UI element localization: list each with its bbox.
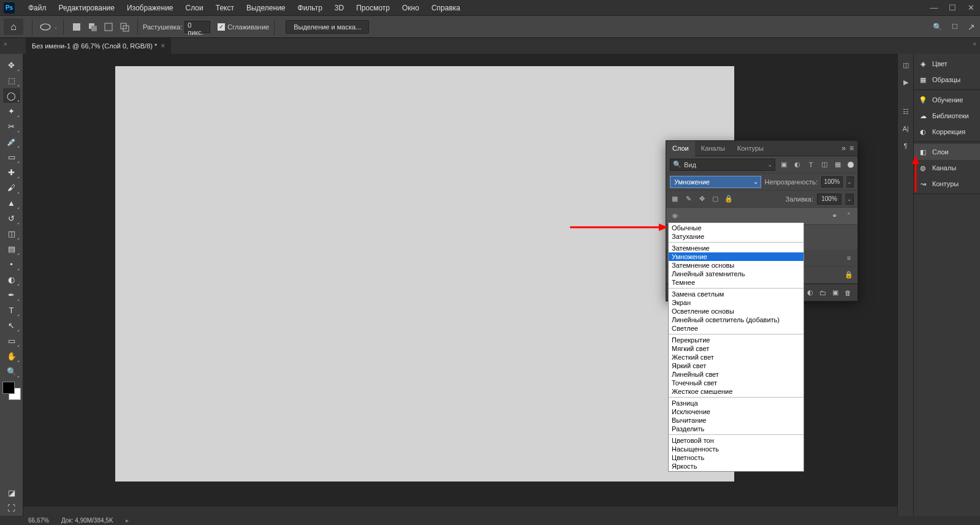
menu-просмотр[interactable]: Просмотр: [350, 0, 396, 15]
delete-layer-icon[interactable]: 🗑: [845, 289, 851, 296]
panel-tab-контуры[interactable]: ↝Контуры: [914, 176, 980, 192]
foreground-background-colors[interactable]: [2, 382, 21, 400]
tool-eraser[interactable]: ◫: [3, 226, 20, 241]
blend-mode-option[interactable]: Умножение: [669, 252, 803, 261]
blend-mode-dropdown[interactable]: ОбычныеЗатуханиеЗатемнениеУмножениеЗатем…: [668, 222, 804, 472]
blend-mode-option[interactable]: Осветление основы: [669, 307, 803, 315]
menu-слои[interactable]: Слои: [180, 0, 210, 15]
blend-mode-option[interactable]: Жесткий свет: [669, 353, 803, 361]
tool-marquee[interactable]: ⬚: [3, 73, 20, 88]
menu-3d[interactable]: 3D: [329, 0, 350, 15]
collapse-left-icon[interactable]: »: [4, 40, 7, 47]
selection-intersect-icon[interactable]: [118, 20, 131, 34]
blend-mode-option[interactable]: Замена светлым: [669, 290, 803, 298]
minimize-button[interactable]: —: [925, 0, 943, 15]
tool-gradient[interactable]: ▤: [3, 241, 20, 256]
quick-mask-icon[interactable]: ◪: [3, 485, 20, 500]
tool-stamp[interactable]: ▲: [3, 195, 20, 210]
panel-tab-библиотеки[interactable]: ☁Библиотеки: [914, 108, 980, 124]
panel-tab-цвет[interactable]: ◈Цвет: [914, 56, 980, 72]
panel-collapse-icon[interactable]: »: [841, 144, 846, 153]
workspace-switcher-icon[interactable]: ☐: [952, 23, 958, 31]
select-and-mask-button[interactable]: Выделение и маска...: [286, 20, 369, 34]
selection-subtract-icon[interactable]: [102, 20, 115, 34]
panel-tab-каналы[interactable]: ◍Каналы: [914, 160, 980, 176]
tool-zoom[interactable]: 🔍: [3, 364, 20, 379]
doc-size-info[interactable]: Док: 4,90M/384,5K: [61, 517, 113, 524]
panel-tab-образцы[interactable]: ▦Образцы: [914, 72, 980, 88]
filter-toggle[interactable]: [848, 162, 854, 168]
layer-lock-icon[interactable]: 🔒: [844, 271, 854, 279]
lasso-tool-icon[interactable]: [39, 20, 52, 34]
blend-mode-option[interactable]: Жесткое смешение: [669, 387, 803, 396]
lock-all-icon[interactable]: 🔒: [724, 195, 734, 203]
properties-panel-icon[interactable]: ☷: [898, 103, 914, 120]
blend-mode-option[interactable]: Разделить: [669, 425, 803, 433]
layers-panel-tab-каналы[interactable]: Каналы: [695, 141, 731, 156]
selection-add-icon[interactable]: [86, 20, 99, 34]
menu-выделение[interactable]: Выделение: [240, 0, 292, 15]
panel-tab-слои[interactable]: ◧Слои: [914, 144, 980, 160]
close-button[interactable]: ✕: [962, 0, 980, 15]
actions-play-icon[interactable]: ▶: [898, 74, 914, 91]
tool-dodge[interactable]: ◐: [3, 272, 20, 287]
blend-mode-option[interactable]: Перекрытие: [669, 336, 803, 344]
blend-mode-option[interactable]: Разница: [669, 399, 803, 407]
panel-tab-обучение[interactable]: 💡Обучение: [914, 92, 980, 108]
menu-справка[interactable]: Справка: [425, 0, 466, 15]
panel-menu-icon[interactable]: ≡: [849, 144, 854, 153]
menu-изображение[interactable]: Изображение: [121, 0, 180, 15]
tool-frame[interactable]: ▭: [3, 149, 20, 164]
filter-type-icon[interactable]: T: [806, 161, 816, 168]
blend-mode-option[interactable]: Затемнение основы: [669, 261, 803, 270]
adjustment-layer-icon[interactable]: ◐: [807, 289, 813, 296]
search-icon[interactable]: [933, 23, 942, 31]
tool-rectangle[interactable]: ▭: [3, 333, 20, 348]
share-icon[interactable]: [968, 22, 975, 32]
layer-link-icon[interactable]: ⚭: [829, 212, 839, 220]
character-panel-icon[interactable]: A|: [898, 120, 914, 137]
lock-pixels-icon[interactable]: ✎: [683, 195, 693, 203]
maximize-button[interactable]: ☐: [943, 0, 962, 15]
tool-lasso[interactable]: ◯: [3, 88, 20, 103]
paragraph-panel-icon[interactable]: ¶: [898, 137, 914, 154]
tool-type[interactable]: T: [3, 303, 20, 317]
blend-mode-option[interactable]: Темнее: [669, 278, 803, 287]
tool-history[interactable]: ↺: [3, 211, 20, 225]
antialias-checkbox[interactable]: ✓ Сглаживание: [218, 23, 269, 31]
blend-mode-select[interactable]: Умножение: [670, 176, 761, 188]
blend-mode-option[interactable]: Насыщенность: [669, 445, 803, 453]
filter-shape-icon[interactable]: ◫: [819, 161, 829, 168]
tool-wand[interactable]: ✦: [3, 104, 20, 118]
fill-value[interactable]: 100%: [817, 194, 841, 205]
feather-input[interactable]: 0 пикс.: [184, 21, 210, 33]
panel-tab-коррекция[interactable]: ◐Коррекция: [914, 124, 980, 140]
tool-pen[interactable]: ✒: [3, 287, 20, 302]
selection-new-icon[interactable]: [70, 20, 83, 34]
lock-artboard-icon[interactable]: ▢: [710, 195, 720, 203]
tool-move[interactable]: ✥: [3, 58, 20, 72]
opacity-dropdown-icon[interactable]: ⌄: [846, 176, 854, 187]
opacity-value[interactable]: 100%: [821, 176, 843, 187]
tool-path[interactable]: ↖: [3, 318, 20, 333]
document-tab[interactable]: Без имени-1 @ 66,7% (Слой 0, RGB/8) * ×: [26, 38, 171, 54]
blend-mode-option[interactable]: Обычные: [669, 224, 803, 232]
tool-crop[interactable]: ✂: [3, 119, 20, 134]
blend-mode-option[interactable]: Исключение: [669, 407, 803, 416]
menu-окно[interactable]: Окно: [396, 0, 425, 15]
blend-mode-option[interactable]: Точечный свет: [669, 379, 803, 387]
layers-panel-tab-контуры[interactable]: Контуры: [731, 141, 770, 156]
menu-файл[interactable]: Файл: [22, 0, 53, 15]
blend-mode-option[interactable]: Яркий свет: [669, 361, 803, 370]
tool-blur[interactable]: •: [3, 257, 20, 271]
collapse-right-icon[interactable]: «: [973, 40, 976, 47]
screen-mode-icon[interactable]: ⛶: [3, 500, 20, 515]
blend-mode-option[interactable]: Цветовой тон: [669, 436, 803, 445]
lock-transparent-icon[interactable]: ▦: [670, 195, 680, 203]
layer-filters-icon[interactable]: ≡: [844, 254, 854, 262]
layer-filter-type[interactable]: 🔍 Вид: [670, 159, 775, 171]
blend-mode-option[interactable]: Вычитание: [669, 416, 803, 425]
menu-текст[interactable]: Текст: [210, 0, 240, 15]
layer-expand-icon[interactable]: ˄: [844, 212, 854, 220]
history-panel-icon[interactable]: ◫: [898, 56, 914, 74]
